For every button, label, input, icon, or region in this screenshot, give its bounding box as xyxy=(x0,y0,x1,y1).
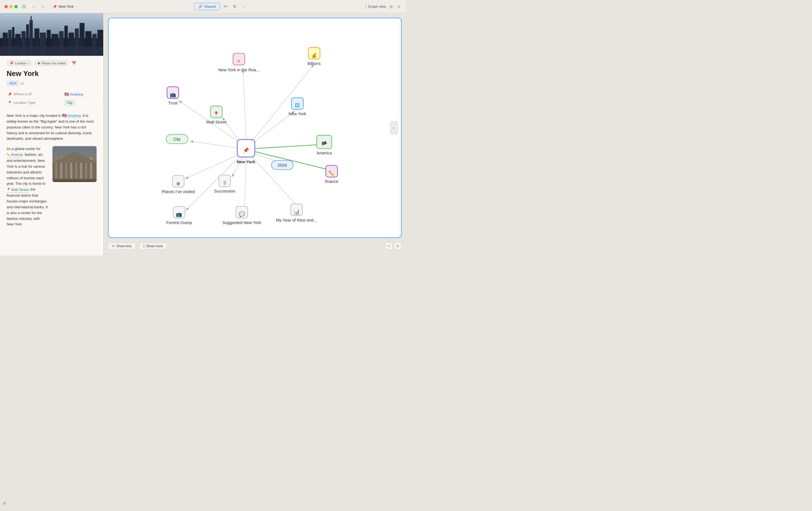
forward-button[interactable]: → xyxy=(39,3,47,10)
scissors-button[interactable]: ✂ xyxy=(222,3,229,10)
svg-rect-22 xyxy=(0,46,103,56)
node-wall-street-label: Wall Street xyxy=(206,119,227,124)
show-less-button[interactable]: ✏ Show less xyxy=(108,243,136,250)
pin-icon: 📌 xyxy=(10,61,13,65)
shared-label: Shared xyxy=(204,4,216,8)
note-panel: 📌 Location ▾ ◉ Places I've visited 📅 New… xyxy=(0,13,104,255)
sync-button[interactable]: ↻ xyxy=(231,3,238,10)
america-inline-link[interactable]: America xyxy=(68,113,81,118)
circle-check-icon: ◉ xyxy=(37,61,40,65)
node-succession-label: Succession xyxy=(214,189,235,193)
node-city-label: City xyxy=(173,137,180,141)
back-button[interactable]: ← xyxy=(30,3,38,10)
node-america-label: America xyxy=(317,151,332,155)
node-2024-label: 2024 xyxy=(278,163,287,167)
node-america-icon: 🏴 xyxy=(321,141,327,147)
property-row-type: 📍 Location Type City xyxy=(7,99,96,107)
titlebar-right: ⟆ Graph view ⊞ ✕ xyxy=(365,4,402,9)
node-forrest-label: Forrest Gump xyxy=(166,220,192,225)
more-button[interactable]: ··· xyxy=(240,3,247,10)
note-content: 📌 Location ▾ ◉ Places I've visited 📅 New… xyxy=(0,56,103,236)
calendar-button[interactable]: 📅 xyxy=(71,60,77,66)
dropdown-icon: ▾ xyxy=(28,62,29,65)
traffic-lights xyxy=(4,5,18,8)
type-value: City xyxy=(63,99,96,107)
node-wall-street-icon: 📍 xyxy=(213,111,220,117)
type-label-text: Location Type xyxy=(13,101,36,105)
titlebar: ⊡ ← → 📌 New York 🔗 Shared ✂ ↻ ··· ⟆ Grap… xyxy=(0,0,406,13)
svg-rect-26 xyxy=(80,24,81,25)
node-succession-icon: $ xyxy=(223,180,226,186)
minimize-button[interactable] xyxy=(9,5,13,8)
node-trust-label: Trust xyxy=(168,101,178,105)
tag-icon[interactable]: 🏷 xyxy=(21,81,24,86)
location-tag[interactable]: 📌 Location ▾ xyxy=(7,60,32,66)
node-trust-icon: 📺 xyxy=(170,92,176,98)
node-billions-icon: 💰 xyxy=(311,52,317,58)
note-body-1: New York is a major city located in 🇺🇸 A… xyxy=(7,112,96,142)
hero-skyline-svg xyxy=(0,13,103,56)
america-text: America xyxy=(70,92,83,97)
year-tag[interactable]: 2024 xyxy=(7,81,19,86)
where-label-text: Where is it? xyxy=(13,92,32,96)
wall-street-link[interactable]: 📍 Wall Street xyxy=(7,187,28,193)
x-button[interactable]: ✕ xyxy=(396,4,402,9)
edge-to-ny-road xyxy=(243,69,246,147)
where-label: 📌 Where is it? xyxy=(7,90,63,98)
svg-rect-23 xyxy=(9,31,10,32)
places-tag[interactable]: ◉ Places I've visited xyxy=(34,60,69,66)
location-tag-label: Location xyxy=(15,61,27,65)
nav-buttons: ← → xyxy=(30,3,47,10)
graph-expand-button[interactable]: › xyxy=(390,121,398,135)
node-suggested-label: Suggested New York xyxy=(223,220,261,225)
properties-table: 📌 Where is it? 🇺🇸 America 📍 Location Typ… xyxy=(7,90,96,107)
node-my-year-label: My Year of Rest and... xyxy=(276,218,317,222)
graph-title-label: Graph view xyxy=(368,4,386,8)
graph-zoom-controls: − + xyxy=(385,242,402,250)
show-more-button[interactable]: ⟆ Show more xyxy=(139,243,167,250)
show-less-label: Show less xyxy=(116,244,132,248)
node-ny-road-label: New York in the Roa... xyxy=(218,68,260,72)
flag-icon: 🇺🇸 xyxy=(64,92,69,97)
sidebar-toggle-button[interactable]: ⊡ xyxy=(21,3,27,10)
node-ny-img-icon: 🖼 xyxy=(295,103,300,108)
svg-rect-24 xyxy=(27,26,27,26)
wall-street-image xyxy=(53,146,96,182)
places-tag-label: Places I've visited xyxy=(42,61,66,65)
redpin-icon: 📍 xyxy=(8,101,12,105)
page-tab[interactable]: 📌 New York xyxy=(50,3,77,10)
city-badge[interactable]: City xyxy=(64,100,75,106)
pin-button[interactable]: ⊞ xyxy=(388,4,394,9)
hero-image xyxy=(0,13,103,56)
property-row-where: 📌 Where is it? 🇺🇸 America xyxy=(7,90,96,99)
close-button[interactable] xyxy=(4,5,8,8)
finance-link[interactable]: ✏️ finance xyxy=(7,152,23,158)
node-suggested-icon: 💬 xyxy=(239,211,245,217)
america-link[interactable]: 🇺🇸 America xyxy=(64,92,95,97)
branch-icon: ⟆ xyxy=(143,244,145,248)
property-tags: 📌 Location ▾ ◉ Places I've visited 📅 xyxy=(7,60,96,66)
svg-rect-25 xyxy=(30,22,31,22)
zoom-plus-button[interactable]: + xyxy=(394,242,402,250)
node-ny-road-icon: ✕ xyxy=(237,58,241,64)
type-label: 📍 Location Type xyxy=(7,99,63,107)
edge-to-america xyxy=(253,144,322,149)
node-places-icon: ◉ xyxy=(176,181,180,186)
note-body-2-text: As a global center for ✏️ finance, fashi… xyxy=(7,146,48,227)
pencil-icon: ✏ xyxy=(112,244,115,248)
graph-icon: ⟆ xyxy=(365,4,366,8)
graph-svg[interactable]: ✕ New York in the Roa... 💰 Billions 📺 Tr… xyxy=(109,18,401,237)
shared-button[interactable]: 🔗 Shared xyxy=(194,3,220,10)
graph-container: ✕ New York in the Roa... 💰 Billions 📺 Tr… xyxy=(108,18,402,238)
maximize-button[interactable] xyxy=(14,5,18,8)
show-more-label: Show more xyxy=(146,244,163,248)
graph-title: ⟆ Graph view xyxy=(365,4,386,8)
node-finance-label: finance xyxy=(325,179,338,184)
flag-inline: 🇺🇸 xyxy=(62,113,67,118)
node-forrest-icon: 📺 xyxy=(176,211,182,217)
node-finance-icon: ✏️ xyxy=(328,170,335,177)
note-title: New York xyxy=(7,69,96,78)
note-body-with-image: As a global center for ✏️ finance, fashi… xyxy=(7,146,96,227)
pin-label-icon: 📌 xyxy=(8,92,12,96)
zoom-minus-button[interactable]: − xyxy=(385,242,393,250)
